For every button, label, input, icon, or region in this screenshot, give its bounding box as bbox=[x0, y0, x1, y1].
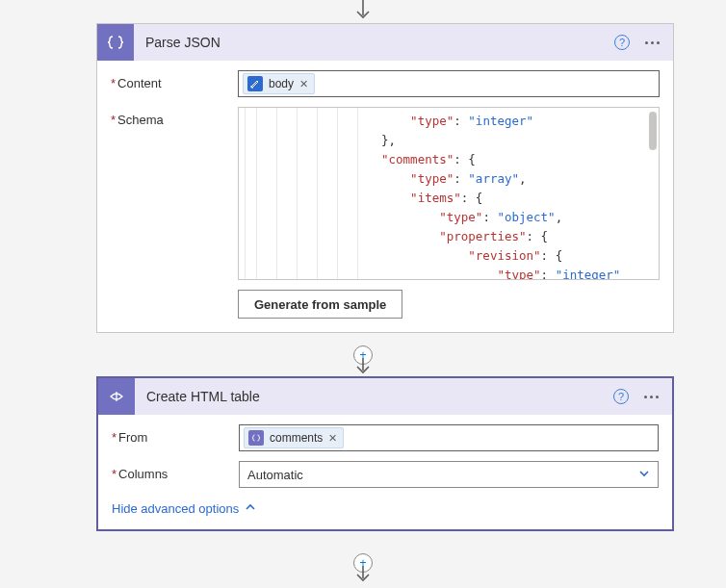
columns-select[interactable]: Automatic bbox=[239, 461, 659, 488]
help-icon[interactable]: ? bbox=[613, 389, 629, 404]
columns-value: Automatic bbox=[247, 468, 303, 482]
more-menu[interactable] bbox=[644, 396, 659, 398]
parse-json-card: Parse JSON ? *Content body ✕ bbox=[96, 23, 674, 333]
required-marker: * bbox=[112, 467, 117, 481]
from-label: From bbox=[118, 430, 147, 445]
close-icon[interactable]: ✕ bbox=[299, 78, 308, 90]
token-label: body bbox=[269, 77, 294, 90]
code-gutter bbox=[239, 108, 374, 279]
connector-arrow bbox=[355, 0, 371, 21]
schema-label: Schema bbox=[117, 113, 164, 127]
dynamic-content-icon bbox=[247, 76, 263, 91]
columns-row: *Columns Automatic bbox=[112, 461, 659, 488]
hide-advanced-options-link[interactable]: Hide advanced options bbox=[112, 501, 256, 516]
columns-label: Columns bbox=[118, 467, 168, 481]
create-html-table-header[interactable]: Create HTML table ? bbox=[98, 378, 672, 415]
content-row: *Content body ✕ bbox=[111, 70, 660, 97]
content-label: Content bbox=[117, 76, 162, 90]
generate-from-sample-button[interactable]: Generate from sample bbox=[238, 290, 402, 319]
create-html-table-card: Create HTML table ? *From comments ✕ bbox=[96, 376, 674, 531]
content-input[interactable]: body ✕ bbox=[238, 70, 660, 97]
required-marker: * bbox=[111, 76, 116, 90]
create-html-table-title: Create HTML table bbox=[135, 389, 613, 404]
close-icon[interactable]: ✕ bbox=[328, 432, 337, 445]
scrollbar[interactable] bbox=[649, 112, 657, 150]
from-row: *From comments ✕ bbox=[112, 424, 659, 451]
connector-arrow bbox=[355, 564, 371, 585]
link-label: Hide advanced options bbox=[112, 501, 239, 516]
chevron-down-icon bbox=[638, 468, 650, 482]
token-label: comments bbox=[270, 431, 323, 445]
schema-editor[interactable]: "type": "integer" }, "comments": { "type… bbox=[238, 107, 660, 280]
connector-arrow bbox=[355, 356, 371, 377]
content-token-body[interactable]: body ✕ bbox=[243, 73, 315, 94]
help-icon[interactable]: ? bbox=[614, 35, 630, 50]
chevron-up-icon bbox=[245, 501, 256, 516]
parse-json-icon bbox=[97, 24, 134, 61]
schema-row: *Schema "type": "integer" }, "comments":… bbox=[111, 107, 660, 280]
from-input[interactable]: comments ✕ bbox=[239, 424, 659, 451]
from-token-comments[interactable]: comments ✕ bbox=[244, 427, 344, 448]
parse-json-icon bbox=[248, 430, 264, 446]
create-html-table-icon bbox=[98, 378, 135, 415]
schema-code: "type": "integer" }, "comments": { "type… bbox=[374, 108, 659, 279]
parse-json-title: Parse JSON bbox=[134, 35, 614, 50]
more-menu[interactable] bbox=[645, 41, 660, 44]
required-marker: * bbox=[112, 430, 117, 445]
required-marker: * bbox=[111, 113, 116, 127]
parse-json-header[interactable]: Parse JSON ? bbox=[97, 24, 673, 61]
